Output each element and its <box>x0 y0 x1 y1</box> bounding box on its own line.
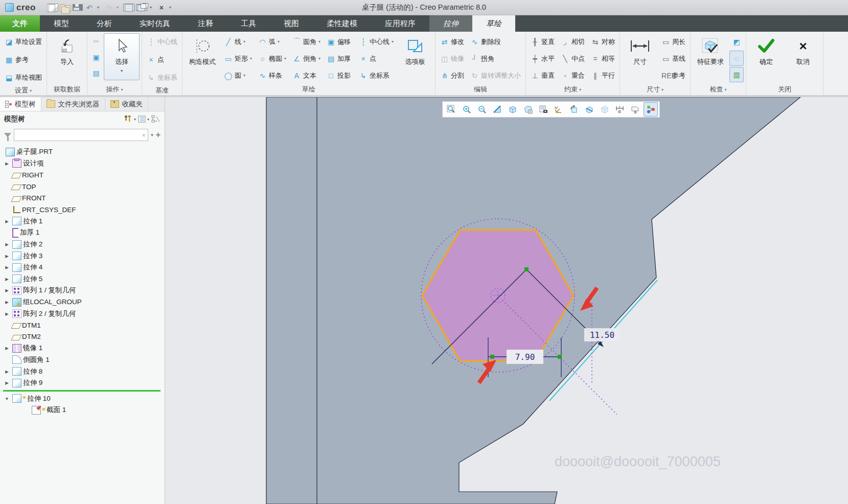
tree-item[interactable]: ▶ 拉伸 9 <box>3 377 165 389</box>
vertex-handle[interactable] <box>524 267 529 271</box>
dimension-handle[interactable] <box>490 355 494 359</box>
tree-item[interactable]: 加厚 1 <box>3 227 165 239</box>
select-button[interactable]: 选择 ▾ <box>104 33 140 80</box>
expand-arrow-icon[interactable]: ▶ <box>3 161 11 166</box>
zoom-out-icon[interactable] <box>475 102 489 117</box>
ribbon-button[interactable]: ◠弧▾ <box>256 33 289 50</box>
display-style-icon[interactable] <box>506 102 520 117</box>
ribbon-button[interactable]: A文本 <box>290 67 323 84</box>
ribbon-button[interactable]: ▭基线 <box>659 50 688 67</box>
qat-button[interactable]: ▾ <box>168 3 174 13</box>
ribbon-tab[interactable]: 草绘 <box>472 15 515 32</box>
ribbon-button[interactable]: ↳坐标系 <box>356 67 396 84</box>
ribbon-button[interactable]: ┘拐角 <box>468 50 523 67</box>
clipboard-button[interactable]: ▣ <box>89 49 103 65</box>
sketcher-display-filters-icon[interactable] <box>644 102 658 117</box>
ribbon-button[interactable]: □投影 <box>324 67 355 84</box>
tree-item[interactable]: TOP <box>3 181 165 193</box>
expand-arrow-icon[interactable]: ▶ <box>3 346 11 351</box>
saved-orientations-icon[interactable] <box>521 102 535 117</box>
ribbon-button[interactable]: ◫镜像 <box>438 50 467 67</box>
group-label-getdata[interactable]: 获取数据 <box>49 84 85 95</box>
tree-item[interactable]: ▶ 组LOCAL_GROUP <box>3 296 165 308</box>
tree-display-button[interactable] <box>151 115 161 123</box>
group-label-inspect[interactable]: 检查▾ <box>693 84 744 95</box>
group-label-dimension[interactable]: 尺寸▾ <box>622 84 688 95</box>
section-view-icon[interactable] <box>582 102 597 117</box>
tree-item[interactable]: DTM2 <box>3 331 165 343</box>
shade-view-icon[interactable] <box>598 102 612 117</box>
tree-item[interactable]: PRT_CSYS_DEF <box>3 204 165 216</box>
tree-item[interactable]: DTM1 <box>3 319 165 331</box>
tree-item[interactable]: ▶ 设计项 <box>3 158 165 170</box>
ribbon-button[interactable]: ×点 <box>356 50 396 67</box>
tree-item[interactable]: ▶ 阵列 2 / 复制几何 <box>3 308 165 319</box>
ribbon-button[interactable]: ▤加厚 <box>324 50 355 67</box>
ribbon-button[interactable]: ◯圆▾ <box>221 67 255 84</box>
palette-button[interactable]: 选项板 <box>397 33 433 80</box>
tree-filter-box[interactable]: × <box>14 129 148 141</box>
tree-item[interactable]: RIGHT <box>3 169 165 181</box>
ribbon-button[interactable]: ∿删除段 <box>468 33 523 50</box>
expand-arrow-icon[interactable]: ▶ <box>3 219 11 224</box>
add-filter-icon[interactable]: + <box>156 130 161 140</box>
clipboard-button[interactable]: ▤ <box>89 65 103 81</box>
tree-item[interactable]: ▶ 拉伸 4 <box>3 262 165 273</box>
group-label-constraints[interactable]: 约束▾ <box>528 84 617 95</box>
expand-arrow-icon[interactable]: ▶ <box>3 288 11 293</box>
ribbon-button[interactable]: ↳ 坐标系 <box>144 69 180 86</box>
ribbon-button[interactable]: ▦ 参考 <box>2 51 31 68</box>
qat-button[interactable]: ↷ <box>104 3 114 13</box>
constraint-button[interactable]: ∥平行 <box>588 67 617 84</box>
group-label-sketch[interactable]: 草绘 <box>185 84 433 95</box>
ribbon-button[interactable]: ▣偏移 <box>324 33 355 50</box>
inspect-toggle[interactable]: ▥ <box>729 67 744 82</box>
constraint-button[interactable]: ╲中点 <box>558 50 587 67</box>
tree-item[interactable]: ▶ 拉伸 5 <box>3 273 165 285</box>
cancel-button[interactable]: × 取消 <box>785 33 821 80</box>
dimension-handle[interactable] <box>558 355 562 359</box>
group-label-close[interactable]: 关闭 <box>748 84 821 95</box>
ribbon-tab[interactable]: 拉伸 <box>429 15 472 32</box>
ribbon-button[interactable]: ┆中心线▾ <box>356 33 396 50</box>
ribbon-tab[interactable]: 柔性建模 <box>313 15 371 32</box>
tree-item[interactable]: ▶ 镜像 1 <box>3 342 165 354</box>
tree-item[interactable]: ▶ 拉伸 1 <box>3 216 165 227</box>
ribbon-button[interactable]: ⌒圆角▾ <box>290 33 323 50</box>
inspect-toggle[interactable]: ◌ <box>729 51 744 66</box>
dimension-button[interactable]: 尺寸 <box>622 33 658 80</box>
group-label-settings[interactable]: 设置▾ <box>2 86 44 95</box>
constraint-button[interactable]: ┿水平 <box>528 50 557 67</box>
ribbon-button[interactable]: REF参考 <box>659 67 688 84</box>
tree-item[interactable]: FRONT <box>3 192 165 204</box>
constraint-button[interactable]: ◞相切 <box>558 33 587 50</box>
tree-item[interactable]: ▶ 拉伸 2 <box>3 239 165 250</box>
tree-item[interactable]: 桌子腿.PRT <box>3 146 165 158</box>
ribbon-button[interactable]: ∠倒角▾ <box>290 50 323 67</box>
qat-button[interactable] <box>136 4 147 11</box>
ribbon-tab[interactable]: 工具 <box>227 15 270 32</box>
expand-arrow-icon[interactable]: ▶ <box>3 254 11 259</box>
qat-button[interactable] <box>123 4 134 11</box>
tree-filter-input[interactable] <box>16 131 142 140</box>
tree-filters-button[interactable]: ▾ <box>138 116 149 123</box>
expand-arrow-icon[interactable]: ▶ <box>3 300 11 305</box>
tree-item[interactable]: ▼ * 拉伸 10 <box>3 393 165 404</box>
view-manager-icon[interactable] <box>536 102 551 117</box>
qat-button[interactable]: × <box>156 3 167 13</box>
tree-item[interactable]: * 截面 1 <box>3 404 165 416</box>
ribbon-button[interactable]: ○椭圆▾ <box>256 50 289 67</box>
expand-arrow-icon[interactable]: ▶ <box>3 277 11 282</box>
ok-button[interactable]: 确定 <box>748 33 784 80</box>
clipboard-button[interactable]: ✂ <box>89 33 103 49</box>
qat-button[interactable]: ▾ <box>116 3 122 13</box>
constraint-button[interactable]: ⊥垂直 <box>528 67 557 84</box>
ribbon-tab[interactable]: 应用程序 <box>371 15 429 32</box>
ribbon-button[interactable]: ◪ 草绘设置 <box>2 33 44 50</box>
navigator-tab[interactable]: 文件夹浏览器 <box>41 97 105 111</box>
constraint-button[interactable]: =相等 <box>588 50 617 67</box>
dimension-display-icon[interactable]: 1 <box>613 102 627 117</box>
zoom-window-icon[interactable] <box>444 102 459 117</box>
feature-requirements-button[interactable]: 特征要求 <box>693 33 728 80</box>
qat-button[interactable]: ▾ <box>96 3 102 13</box>
